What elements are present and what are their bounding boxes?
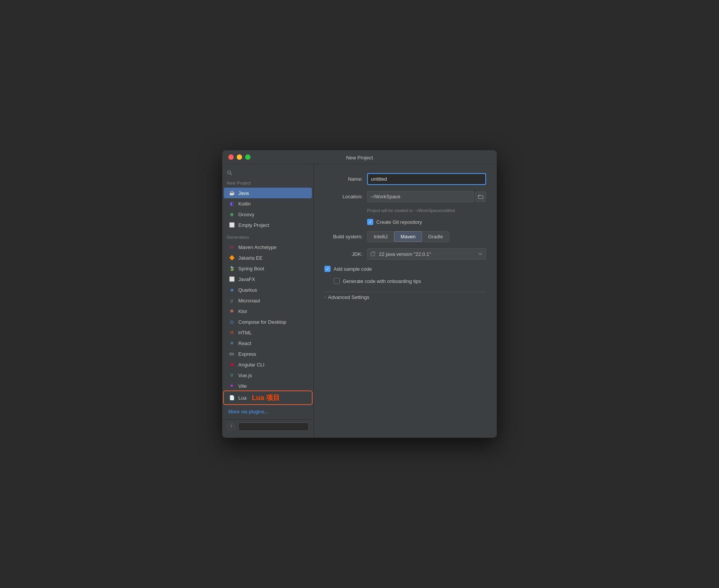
ktor-icon: ❋	[228, 308, 235, 315]
sidebar-item-label-ktor: Ktor	[238, 308, 247, 314]
search-bar[interactable]	[222, 168, 313, 179]
sidebar-item-label-empty: Empty Project	[238, 222, 269, 228]
build-label: Build system:	[324, 234, 363, 239]
git-label: Create Git repository	[376, 219, 422, 225]
react-icon: ⚛	[228, 340, 235, 347]
advanced-settings-row[interactable]: › Advanced Settings	[324, 292, 486, 302]
sidebar-item-maven[interactable]: m Maven Archetype	[224, 242, 312, 252]
onboarding-checkbox[interactable]	[334, 278, 340, 284]
advanced-settings-label: Advanced Settings	[328, 294, 369, 300]
build-btn-group: IntelliJ Maven Gradle	[367, 231, 449, 242]
jdk-value-display: 22 java version "22.0.1"	[371, 251, 431, 257]
compose-icon: ◎	[228, 318, 235, 325]
sidebar-item-label-compose: Compose for Desktop	[238, 319, 286, 325]
maximize-button[interactable]	[245, 154, 250, 160]
left-panel: New Project ☕ Java◧ Kotlin◉ Groovy⬜ Empt…	[222, 164, 314, 438]
location-input[interactable]	[367, 191, 474, 202]
sidebar-item-javafx[interactable]: ⬜ JavaFX	[224, 274, 312, 284]
sidebar-item-html[interactable]: H HTML	[224, 327, 312, 338]
window-controls	[228, 154, 250, 160]
jdk-label: JDK:	[324, 251, 363, 257]
sidebar-item-groovy[interactable]: ◉ Groovy	[224, 209, 312, 220]
location-row: Location:	[324, 191, 486, 202]
folder-icon	[478, 194, 483, 199]
empty-icon: ⬜	[228, 222, 235, 228]
sidebar-item-label-kotlin: Kotlin	[238, 201, 251, 207]
spring-icon: 🍃	[228, 265, 235, 272]
sidebar-item-compose[interactable]: ◎ Compose for Desktop	[224, 316, 312, 327]
location-label: Location:	[324, 194, 363, 199]
sidebar-item-label-jakarta: Jakarta EE	[238, 255, 263, 261]
express-icon: ex	[228, 350, 235, 357]
folder-browse-button[interactable]	[475, 191, 486, 202]
sidebar-item-label-micronaut: Micronaut	[238, 298, 260, 304]
chevron-down-icon	[478, 252, 483, 256]
section-generators-label: Generators	[222, 233, 313, 242]
git-row: ✓ Create Git repository	[367, 219, 486, 225]
build-system-row: Build system: IntelliJ Maven Gradle	[324, 231, 486, 242]
sidebar-item-label-quarkus: Quarkus	[238, 287, 257, 293]
kotlin-icon: ◧	[228, 200, 235, 207]
sidebar-item-kotlin[interactable]: ◧ Kotlin	[224, 198, 312, 209]
sidebar-item-label-groovy: Groovy	[238, 212, 254, 217]
sidebar-item-lua[interactable]: 📄 LuaLua 项目	[224, 391, 312, 404]
name-input[interactable]	[367, 173, 486, 185]
nav-generators: m Maven Archetype🔶 Jakarta EE🍃 Spring Bo…	[222, 242, 313, 404]
bottom-controls: ?	[222, 419, 313, 434]
git-checkbox[interactable]: ✓	[367, 219, 373, 225]
sidebar-item-label-angular: Angular CLI	[238, 362, 265, 368]
sidebar-item-react[interactable]: ⚛ React	[224, 338, 312, 349]
sidebar-item-micronaut[interactable]: μ Micronaut	[224, 295, 312, 306]
jakarta-icon: 🔶	[228, 254, 235, 261]
sidebar-item-label-html: HTML	[238, 330, 252, 336]
sidebar-item-vue[interactable]: V Vue.js	[224, 370, 312, 381]
lua-icon: 📄	[228, 394, 235, 401]
search-icon	[227, 170, 232, 175]
build-gradle-button[interactable]: Gradle	[422, 231, 449, 242]
sidebar-item-label-react: React	[238, 341, 251, 346]
build-maven-button[interactable]: Maven	[394, 231, 422, 242]
build-intellij-button[interactable]: IntelliJ	[368, 231, 394, 242]
name-label: Name:	[324, 176, 363, 182]
sidebar-item-express[interactable]: ex Express	[224, 349, 312, 359]
sidebar-item-java[interactable]: ☕ Java	[224, 188, 312, 198]
micronaut-icon: μ	[228, 297, 235, 304]
sample-code-row: ✓ Add sample code	[324, 266, 486, 272]
sidebar-item-ktor[interactable]: ❋ Ktor	[224, 306, 312, 316]
sample-check-icon: ✓	[326, 267, 329, 272]
nav-new-project: ☕ Java◧ Kotlin◉ Groovy⬜ Empty Project	[222, 188, 313, 230]
onboarding-row: Generate code with onboarding tips	[334, 278, 486, 284]
check-mark-icon: ✓	[369, 220, 372, 225]
jdk-icon	[371, 251, 377, 257]
bottom-search-input[interactable]	[238, 423, 309, 431]
sample-code-checkbox[interactable]: ✓	[324, 266, 331, 272]
sidebar-item-quarkus[interactable]: ◈ Quarkus	[224, 284, 312, 295]
onboarding-label: Generate code with onboarding tips	[343, 278, 421, 284]
html-icon: H	[228, 329, 235, 336]
jdk-row: JDK: 22 java version "22.0.1"	[324, 248, 486, 260]
sidebar-item-spring[interactable]: 🍃 Spring Boot	[224, 263, 312, 274]
sidebar-item-label-maven: Maven Archetype	[238, 244, 276, 250]
close-button[interactable]	[228, 154, 234, 160]
svg-line-1	[231, 174, 232, 175]
sidebar-item-label-vite: Vite	[238, 383, 247, 389]
java-icon: ☕	[228, 190, 235, 196]
sample-code-label: Add sample code	[334, 266, 372, 272]
minimize-button[interactable]	[237, 154, 242, 160]
help-button[interactable]: ?	[227, 423, 235, 431]
sidebar-item-vite[interactable]: ▼ Vite	[224, 381, 312, 391]
lua-annotation: Lua 项目	[252, 393, 280, 402]
sidebar-item-empty[interactable]: ⬜ Empty Project	[224, 220, 312, 230]
svg-rect-2	[478, 196, 483, 199]
section-new-project-label: New Project	[222, 179, 313, 188]
sidebar-item-label-java: Java	[238, 190, 249, 196]
sidebar-item-label-javafx: JavaFX	[238, 276, 255, 282]
sidebar-item-jakarta[interactable]: 🔶 Jakarta EE	[224, 252, 312, 263]
jdk-select[interactable]: 22 java version "22.0.1"	[367, 248, 486, 260]
sidebar-item-angular[interactable]: ◆ Angular CLI	[224, 359, 312, 370]
quarkus-icon: ◈	[228, 286, 235, 293]
javafx-icon: ⬜	[228, 276, 235, 283]
more-plugins-link[interactable]: More via plugins...	[222, 404, 313, 419]
groovy-icon: ◉	[228, 211, 235, 218]
sidebar-item-label-vue: Vue.js	[238, 373, 252, 378]
